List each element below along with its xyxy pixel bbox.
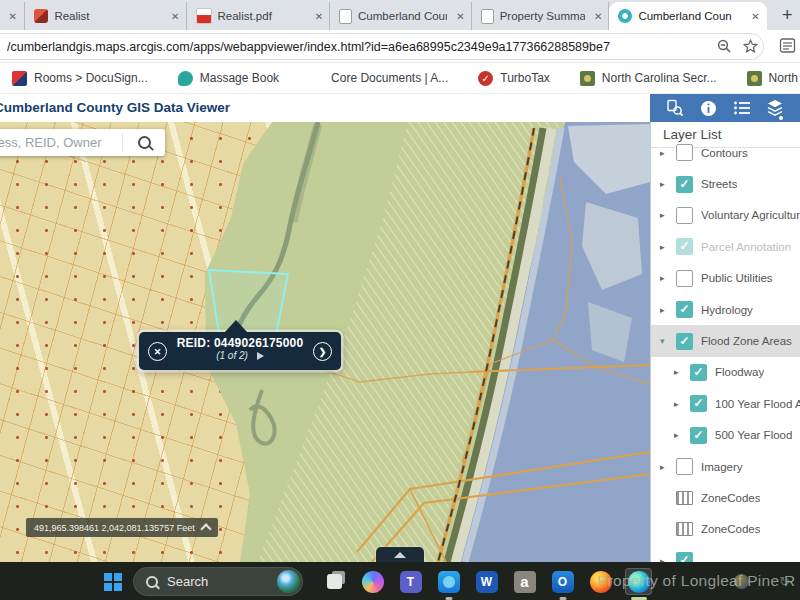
url-text[interactable]: /cumberlandgis.maps.arcgis.com/apps/weba… (0, 40, 711, 54)
tab-title: Cumberland Coun (638, 10, 742, 22)
tab-close-icon[interactable]: ✕ (168, 11, 182, 22)
popup-next-button[interactable]: ❯ (313, 342, 332, 361)
expand-arrow-icon[interactable] (660, 336, 668, 346)
bookmark-favicon (478, 71, 493, 86)
bookmark-item[interactable]: North Carolina Secr... (747, 71, 800, 86)
taskbar-teams[interactable] (397, 568, 424, 595)
browser-tab[interactable]: Realist ✕ (25, 2, 186, 30)
layer-checkbox[interactable] (690, 427, 707, 444)
layer-rows: Contours Streets Voluntary Agriculture D… (651, 137, 800, 562)
url-omnibox[interactable]: /cumberlandgis.maps.arcgis.com/apps/weba… (0, 33, 764, 60)
layer-row[interactable]: Hydrology (651, 294, 800, 325)
layer-label: Contours (701, 147, 748, 159)
start-button[interactable] (104, 573, 123, 592)
layer-row[interactable]: ZoneCodes (651, 514, 800, 545)
tab-close-icon[interactable]: ✕ (312, 11, 326, 22)
taskbar-chat-app[interactable] (435, 568, 462, 595)
active-tool-dot (779, 116, 783, 120)
layer-row[interactable]: 500 Year Flood (651, 420, 800, 451)
bookmark-item[interactable]: Massage Book (178, 71, 279, 86)
tab-close-icon[interactable]: ✕ (6, 11, 20, 22)
expand-arrow-icon[interactable] (660, 462, 668, 472)
layer-row[interactable]: Flood Zone Areas (651, 325, 800, 356)
layer-row[interactable]: 100 Year Flood Area (651, 388, 800, 419)
expand-arrow-icon[interactable] (660, 179, 668, 189)
map-viewport[interactable]: ✕ REID: 0449026175000 (1 of 2) ❯ 491,965… (0, 122, 650, 562)
tab-close-icon[interactable]: ✕ (453, 11, 467, 22)
expand-arrow-icon[interactable] (674, 399, 682, 409)
layer-checkbox[interactable] (676, 522, 693, 536)
layer-row[interactable]: Floodway (651, 357, 800, 388)
expand-arrow-icon[interactable] (660, 273, 668, 283)
browser-tab[interactable]: Property Summar ✕ (472, 2, 610, 30)
map-search-input[interactable] (0, 134, 122, 151)
layers-icon[interactable] (766, 99, 784, 117)
browser-tab[interactable]: Cumberland Coun ✕ (330, 2, 472, 30)
bookmark-list: Rooms > DocuSign... Massage Book Core Do… (12, 71, 800, 86)
popup-close-button[interactable]: ✕ (148, 342, 167, 361)
taskbar-word[interactable] (473, 568, 500, 595)
expand-arrow-icon[interactable] (674, 430, 682, 440)
app-glyph (476, 571, 498, 593)
chevron-up-icon[interactable] (200, 523, 211, 534)
layer-row[interactable] (651, 545, 800, 562)
taskbar-outlook[interactable] (549, 568, 576, 595)
page-zoom-icon[interactable] (711, 39, 737, 54)
tab-favicon (34, 9, 48, 23)
legend-icon[interactable] (733, 99, 751, 117)
layer-row[interactable]: Parcel Annotation (651, 231, 800, 262)
browser-toolbar: /cumberlandgis.maps.arcgis.com/apps/weba… (0, 30, 800, 63)
taskbar-copilot[interactable] (359, 568, 386, 595)
bookmark-item[interactable]: Core Documents | A... (309, 71, 448, 86)
partial-tab[interactable]: ✕ (0, 2, 25, 30)
tab-close-icon[interactable]: ✕ (748, 11, 762, 22)
layer-checkbox[interactable] (676, 238, 693, 255)
layer-checkbox[interactable] (676, 301, 693, 318)
map-search-button[interactable] (122, 133, 165, 152)
layer-checkbox[interactable] (676, 491, 693, 505)
layer-checkbox[interactable] (676, 270, 693, 287)
attribute-table-pull-tab[interactable] (376, 547, 424, 562)
layer-checkbox[interactable] (676, 207, 693, 224)
bookmark-label: TurboTax (500, 71, 550, 85)
layer-list-panel: Layer List Contours Streets Voluntary Ag… (650, 122, 800, 562)
main-content: ✕ REID: 0449026175000 (1 of 2) ❯ 491,965… (0, 122, 800, 562)
taskbar-amazon[interactable] (511, 568, 538, 595)
taskbar-search[interactable]: Search (133, 567, 303, 596)
layer-label: Hydrology (701, 304, 753, 316)
tab-close-icon[interactable]: ✕ (591, 11, 605, 22)
layer-row[interactable]: ZoneCodes (651, 482, 800, 513)
map-search-widget (0, 129, 165, 156)
expand-arrow-icon[interactable] (660, 148, 668, 158)
popup-play-icon[interactable] (257, 352, 264, 360)
layer-checkbox[interactable] (676, 144, 693, 161)
layer-row[interactable]: Streets (651, 168, 800, 199)
bookmark-item[interactable]: Rooms > DocuSign... (12, 71, 148, 86)
layer-checkbox[interactable] (676, 176, 693, 193)
layer-checkbox[interactable] (676, 458, 693, 475)
bookmark-item[interactable]: TurboTax (478, 71, 550, 86)
new-tab-button[interactable]: + (775, 2, 800, 28)
layer-row[interactable]: Voluntary Agriculture Dist (651, 200, 800, 231)
tab-title: Realist.pdf (218, 10, 306, 22)
info-icon[interactable] (699, 99, 717, 117)
bookmark-item[interactable]: North Carolina Secr... (580, 71, 717, 86)
bookmark-label: North Carolina Secr... (602, 71, 717, 85)
expand-arrow-icon[interactable] (660, 305, 668, 315)
browser-tab[interactable]: Cumberland Coun ✕ (609, 2, 766, 30)
layer-checkbox[interactable] (676, 552, 693, 562)
expand-arrow-icon[interactable] (660, 210, 668, 220)
layer-checkbox[interactable] (690, 364, 707, 381)
layer-checkbox[interactable] (690, 395, 707, 412)
browser-tab[interactable]: Realist.pdf ✕ (187, 2, 331, 30)
feature-popup[interactable]: ✕ REID: 0449026175000 (1 of 2) ❯ (139, 332, 341, 370)
bookmark-star-icon[interactable] (737, 39, 763, 54)
expand-arrow-icon[interactable] (674, 367, 682, 377)
layer-row[interactable]: Imagery (651, 451, 800, 482)
layer-row[interactable]: Public Utilities (651, 263, 800, 294)
layer-checkbox[interactable] (676, 333, 693, 350)
expand-arrow-icon[interactable] (660, 242, 668, 252)
taskbar-task-view[interactable] (321, 568, 348, 595)
reading-list-icon[interactable] (779, 37, 796, 58)
attribute-search-icon[interactable] (666, 99, 684, 117)
